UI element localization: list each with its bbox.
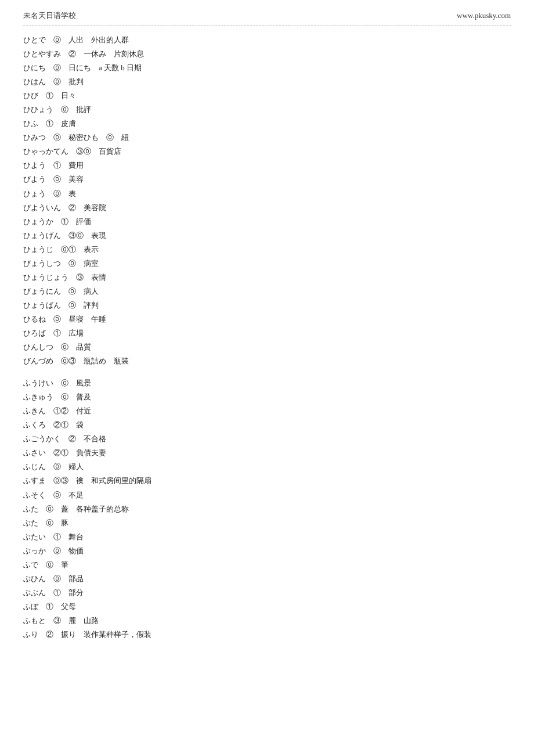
list-item: ひょうじ ⓪① 表示 <box>23 243 511 257</box>
list-item: ふくろ ②① 袋 <box>23 418 511 432</box>
website-url: www.pkusky.com <box>457 11 511 20</box>
main-content: ひとで ⓪ 人出 外出的人群ひとやすみ ② 一休み 片刻休息ひにち ⓪ 日にち … <box>0 26 534 653</box>
list-item: ひょうげん ③⓪ 表現 <box>23 229 511 243</box>
list-item: ふすま ⓪③ 襖 和式房间里的隔扇 <box>23 474 511 488</box>
list-item: びよういん ② 美容院 <box>23 201 511 215</box>
list-item: ひはん ⓪ 批判 <box>23 75 511 89</box>
list-item: ふきゅう ⓪ 普及 <box>23 390 511 404</box>
list-item: ぶた ⓪ 豚 <box>23 516 511 530</box>
list-item: ひょう ⓪ 表 <box>23 187 511 201</box>
section-1: ふうけい ⓪ 風景ふきゅう ⓪ 普及ふきん ①② 付近ふくろ ②① 袋ふごうかく… <box>23 376 511 642</box>
list-item: ひよう ① 費用 <box>23 159 511 172</box>
list-item: ひょうか ① 評価 <box>23 215 511 229</box>
list-item: ひみつ ⓪ 秘密ひも ⓪ 紐 <box>23 131 511 145</box>
list-item: ひょうばん ⓪ 評判 <box>23 298 511 312</box>
list-item: ふきん ①② 付近 <box>23 404 511 418</box>
list-item: ふり ② 振り 装作某种样子，假装 <box>23 628 511 642</box>
list-item: ぶっか ⓪ 物価 <box>23 544 511 558</box>
list-item: ふもと ③ 麓 山路 <box>23 614 511 628</box>
list-item: ひひょう ⓪ 批評 <box>23 103 511 117</box>
section-gap <box>23 368 511 376</box>
list-item: ひょうじょう ③ 表情 <box>23 271 511 285</box>
list-item: ひゃっかてん ③⓪ 百貨店 <box>23 145 511 159</box>
list-item: ふごうかく ② 不合格 <box>23 432 511 446</box>
list-item: ひるね ⓪ 昼寝 午睡 <box>23 312 511 326</box>
section-0: ひとで ⓪ 人出 外出的人群ひとやすみ ② 一休み 片刻休息ひにち ⓪ 日にち … <box>23 33 511 368</box>
list-item: ふそく ⓪ 不足 <box>23 488 511 502</box>
list-item: ぶたい ① 舞台 <box>23 530 511 544</box>
list-item: ひび ① 日々 <box>23 89 511 103</box>
list-item: ふで ⓪ 筆 <box>23 558 511 572</box>
list-item: ぶひん ⓪ 部品 <box>23 572 511 586</box>
list-item: ひとで ⓪ 人出 外出的人群 <box>23 33 511 47</box>
list-item: ひふ ① 皮膚 <box>23 117 511 131</box>
list-item: びょうにん ⓪ 病人 <box>23 285 511 298</box>
list-item: びよう ⓪ 美容 <box>23 172 511 186</box>
list-item: ひんしつ ⓪ 品質 <box>23 340 511 354</box>
page-header: 未名天日语学校 www.pkusky.com <box>0 0 534 26</box>
list-item: ふぼ ① 父母 <box>23 600 511 614</box>
list-item: びょうしつ ⓪ 病室 <box>23 257 511 271</box>
list-item: ふた ⓪ 蓋 各种盖子的总称 <box>23 502 511 516</box>
list-item: ひろば ① 広場 <box>23 326 511 340</box>
list-item: ひにち ⓪ 日にち a 天数 b 日期 <box>23 61 511 75</box>
list-item: ふじん ⓪ 婦人 <box>23 460 511 474</box>
list-item: ふさい ②① 負債夫妻 <box>23 446 511 460</box>
list-item: ひとやすみ ② 一休み 片刻休息 <box>23 47 511 61</box>
list-item: ぶぶん ① 部分 <box>23 586 511 600</box>
list-item: ふうけい ⓪ 風景 <box>23 376 511 390</box>
school-name: 未名天日语学校 <box>23 10 76 21</box>
list-item: びんづめ ⓪③ 瓶詰め 瓶装 <box>23 354 511 368</box>
